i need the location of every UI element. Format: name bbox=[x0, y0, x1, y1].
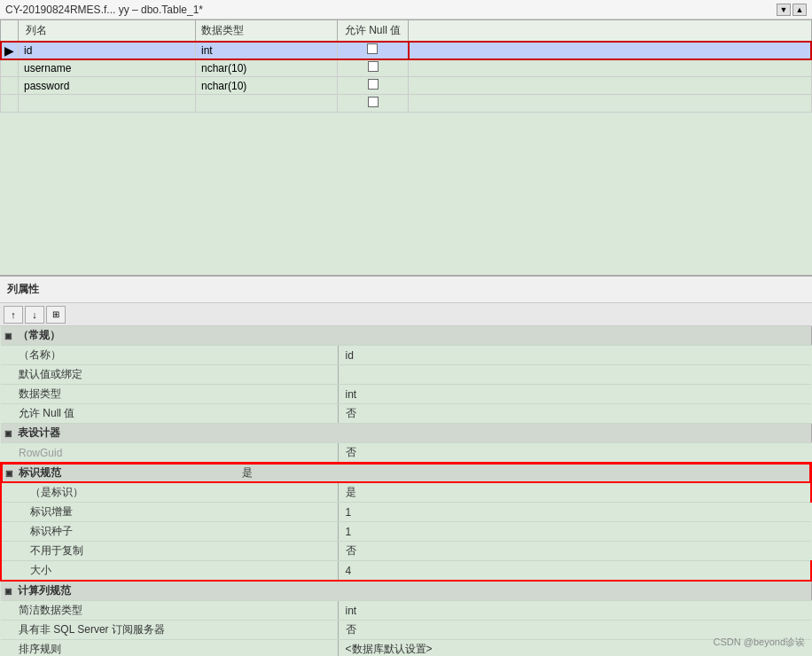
column-extra-cell bbox=[409, 42, 812, 59]
prop-value-identity-seed[interactable]: 1 bbox=[338, 522, 811, 542]
properties-toolbar: ↑ ↓ ⊞ bbox=[0, 303, 812, 326]
collapse-icon-identity[interactable]: ▣ bbox=[5, 469, 13, 478]
prop-value-concise-datatype: int bbox=[338, 601, 811, 621]
prop-row-is-identity: （是标识） 是 bbox=[1, 483, 811, 503]
table-row[interactable] bbox=[1, 95, 812, 113]
column-name-cell[interactable]: username bbox=[19, 59, 196, 77]
sort-asc-button[interactable]: ↑ bbox=[4, 306, 23, 324]
grid-header: 列名 数据类型 允许 Null 值 bbox=[1, 20, 812, 42]
collapse-icon-tabledesigner[interactable]: ▣ bbox=[4, 429, 12, 438]
close-button[interactable]: ▲ bbox=[792, 4, 807, 16]
null-checkbox[interactable] bbox=[368, 61, 379, 72]
bottom-container: 列属性 ↑ ↓ ⊞ ▣ （常规） （名称） bbox=[0, 277, 812, 656]
identity-value: 是 bbox=[242, 466, 253, 479]
column-type-cell[interactable] bbox=[196, 95, 338, 113]
header-column-name: 列名 bbox=[19, 20, 196, 42]
prop-label-identity-seed: 标识种子 bbox=[1, 522, 338, 542]
collapse-icon-regular[interactable]: ▣ bbox=[4, 332, 12, 340]
prop-row-default: 默认值或绑定 bbox=[1, 365, 811, 385]
column-name-cell[interactable] bbox=[19, 95, 196, 113]
grid-view-button[interactable]: ⊞ bbox=[46, 306, 66, 324]
properties-section: ▣ （常规） （名称） id 默认值或绑定 数据类型 int 允许 bbox=[0, 326, 812, 656]
prop-row-name: （名称） id bbox=[1, 346, 811, 365]
prop-label-name: （名称） bbox=[1, 346, 338, 365]
prop-row-identity-seed: 标识种子 1 bbox=[1, 522, 811, 542]
title-bar: CY-20190824RMES.f... yy – dbo.Table_1* ▼… bbox=[0, 0, 812, 20]
sort-desc-button[interactable]: ↓ bbox=[25, 306, 44, 324]
grid-body: ▶ id int username nchar(10) password nch… bbox=[1, 42, 812, 113]
header-indicator bbox=[1, 20, 19, 42]
prop-value-name[interactable]: id bbox=[338, 346, 811, 365]
section-header-identity: ▣ 标识规范 是 bbox=[1, 463, 811, 483]
prop-row-collation: 排序规则 <数据库默认设置> bbox=[1, 640, 811, 657]
prop-label-size: 大小 bbox=[1, 561, 338, 582]
title-controls: ▼ ▲ bbox=[777, 4, 807, 16]
column-type-cell[interactable]: int bbox=[196, 42, 338, 59]
prop-value-identity-increment[interactable]: 1 bbox=[338, 503, 811, 522]
header-data-type: 数据类型 bbox=[196, 20, 338, 42]
section-header-regular: ▣ （常规） bbox=[1, 326, 811, 346]
prop-value-rowguid: 否 bbox=[338, 443, 811, 464]
prop-label-allownull: 允许 Null 值 bbox=[1, 404, 338, 424]
prop-value-allownull: 否 bbox=[338, 404, 811, 424]
prop-row-identity-increment: 标识增量 1 bbox=[1, 503, 811, 522]
prop-row-rowguid: RowGuid 否 bbox=[1, 443, 811, 464]
column-name-cell[interactable]: id bbox=[19, 42, 196, 59]
column-type-cell[interactable]: nchar(10) bbox=[196, 77, 338, 95]
column-type-cell[interactable]: nchar(10) bbox=[196, 59, 338, 77]
null-checkbox[interactable] bbox=[368, 79, 379, 90]
column-null-cell[interactable] bbox=[338, 42, 409, 59]
prop-label-collation: 排序规则 bbox=[1, 640, 338, 657]
prop-label-is-identity: （是标识） bbox=[1, 483, 338, 503]
table-row[interactable]: username nchar(10) bbox=[1, 59, 812, 77]
prop-row-non-sql-subscriber: 具有非 SQL Server 订阅服务器 否 bbox=[1, 621, 811, 640]
section-label-identity: 标识规范 bbox=[19, 466, 61, 479]
column-extra-cell bbox=[409, 95, 812, 113]
prop-value-is-identity[interactable]: 是 bbox=[338, 483, 811, 503]
prop-row-datatype: 数据类型 int bbox=[1, 385, 811, 404]
null-checkbox[interactable] bbox=[367, 43, 378, 54]
prop-label-not-for-replication: 不用于复制 bbox=[1, 542, 338, 561]
header-extra bbox=[409, 20, 812, 42]
prop-value-datatype[interactable]: int bbox=[338, 385, 811, 404]
prop-label-default: 默认值或绑定 bbox=[1, 365, 338, 385]
prop-row-size: 大小 4 bbox=[1, 561, 811, 582]
section-header-tabledesigner: ▣ 表设计器 bbox=[1, 424, 811, 443]
section-label-computed: 计算列规范 bbox=[18, 584, 71, 597]
table-row[interactable]: password nchar(10) bbox=[1, 77, 812, 95]
null-checkbox[interactable] bbox=[368, 97, 379, 107]
table-row[interactable]: ▶ id int bbox=[1, 42, 812, 59]
grid-icon: ⊞ bbox=[52, 309, 59, 319]
prop-row-allownull: 允许 Null 值 否 bbox=[1, 404, 811, 424]
prop-row-concise-datatype: 简洁数据类型 int bbox=[1, 601, 811, 621]
prop-value-size[interactable]: 4 bbox=[338, 561, 811, 582]
pin-button[interactable]: ▼ bbox=[777, 4, 791, 16]
window-title: CY-20190824RMES.f... yy – dbo.Table_1* bbox=[5, 4, 203, 16]
prop-label-rowguid: RowGuid bbox=[1, 443, 338, 464]
prop-row-not-for-replication: 不用于复制 否 bbox=[1, 542, 811, 561]
prop-label-identity-increment: 标识增量 bbox=[1, 503, 338, 522]
properties-table: ▣ （常规） （名称） id 默认值或绑定 数据类型 int 允许 bbox=[0, 326, 812, 656]
sort-desc-icon: ↓ bbox=[32, 309, 37, 320]
prop-value-not-for-replication[interactable]: 否 bbox=[338, 542, 811, 561]
section-header-computed: ▣ 计算列规范 bbox=[1, 581, 811, 601]
prop-value-default[interactable] bbox=[338, 365, 811, 385]
properties-header: 列属性 bbox=[0, 277, 812, 303]
prop-label-concise-datatype: 简洁数据类型 bbox=[1, 601, 338, 621]
column-null-cell[interactable] bbox=[338, 59, 409, 77]
prop-label-datatype: 数据类型 bbox=[1, 385, 338, 404]
watermark: CSDN @beyond诊诶 bbox=[714, 636, 805, 649]
collapse-icon-computed[interactable]: ▣ bbox=[4, 587, 12, 596]
column-extra-cell bbox=[409, 77, 812, 95]
properties-title: 列属性 bbox=[7, 282, 39, 297]
column-null-cell[interactable] bbox=[338, 95, 409, 113]
header-allow-null: 允许 Null 值 bbox=[338, 20, 409, 42]
column-name-cell[interactable]: password bbox=[19, 77, 196, 95]
section-label-tabledesigner: 表设计器 bbox=[18, 426, 60, 439]
column-null-cell[interactable] bbox=[338, 77, 409, 95]
row-indicator bbox=[1, 59, 19, 77]
sort-asc-icon: ↑ bbox=[11, 309, 16, 320]
row-indicator bbox=[1, 77, 19, 95]
column-extra-cell bbox=[409, 59, 812, 77]
prop-label-non-sql-subscriber: 具有非 SQL Server 订阅服务器 bbox=[1, 621, 338, 640]
